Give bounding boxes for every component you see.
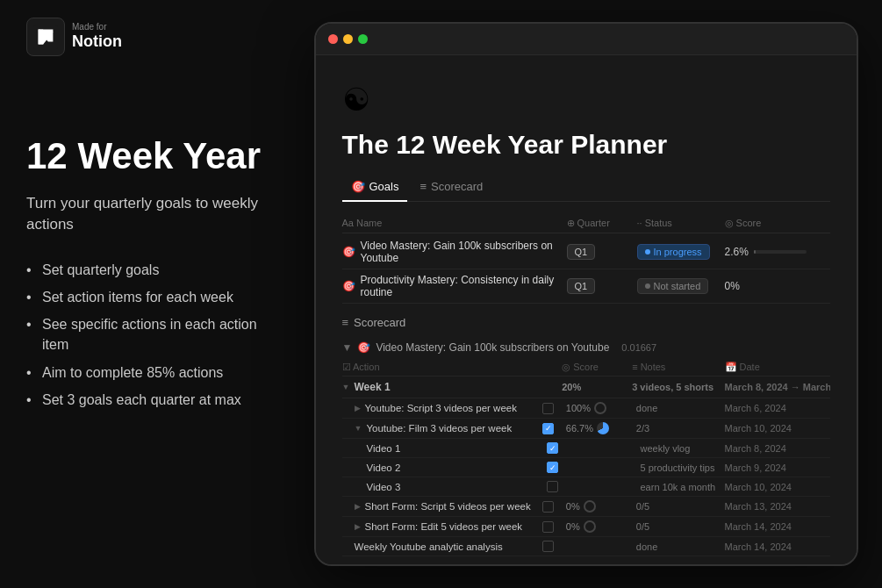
goal-score-1: 2.6% <box>725 246 830 258</box>
sc-row-0[interactable]: ▶ Youtube: Script 3 videos per week 100%… <box>342 398 830 419</box>
status-not-started-badge: Not started <box>637 278 709 294</box>
left-panel: Made for Notion 12 Week Year Turn your q… <box>0 0 298 588</box>
row5-score-cell: 0% <box>566 500 636 513</box>
row7-checkbox[interactable] <box>542 541 554 552</box>
row0-circle <box>594 402 606 414</box>
made-for-label: Made for <box>72 22 122 32</box>
row5-expand: ▶ <box>355 502 361 511</box>
status-dot-gray <box>645 283 650 289</box>
row1-score-cell: 66.7% <box>566 422 636 434</box>
sc-table-header: ☑ Action ◎ Score ≡ Notes 📅 Date <box>342 359 830 376</box>
sc-row-name-4: Video 3 <box>367 482 535 492</box>
col-name: Aa Name <box>342 218 567 229</box>
row6-name: Short Form: Edit 5 videos per week <box>365 521 523 532</box>
row0-score: 100% <box>566 403 591 413</box>
score-fill-1 <box>754 250 756 254</box>
row2-check[interactable] <box>535 442 570 454</box>
row2-checkbox[interactable] <box>547 442 558 454</box>
notion-logo-icon <box>33 25 58 49</box>
traffic-lights <box>328 34 368 44</box>
row5-checkbox[interactable] <box>542 501 554 513</box>
sc-row-5[interactable]: ▶ Short Form: Script 5 videos per week 0… <box>342 497 830 517</box>
tab-scorecard[interactable]: ≡ Scorecard <box>411 176 491 202</box>
quarter-badge-1: Q1 <box>567 244 596 260</box>
row4-check[interactable] <box>535 481 570 492</box>
week-score: 20% <box>562 382 632 392</box>
row6-checkbox[interactable] <box>542 521 554 533</box>
row1-check[interactable] <box>531 423 566 434</box>
sc-row-2[interactable]: Video 1 weekly vlog March 8, 2024 <box>342 439 830 458</box>
scorecard-tab-icon: ≡ <box>419 180 427 193</box>
row5-circle <box>584 500 596 513</box>
goal-name-1: 🎯 Video Mastery: Gain 100k subscribers o… <box>342 240 567 264</box>
page-icon: ☯ <box>342 82 830 118</box>
tab-goals[interactable]: 🎯 Goals <box>342 176 408 202</box>
status-in-progress-badge: In progress <box>637 244 710 260</box>
sc-row-6[interactable]: ▶ Short Form: Edit 5 videos per week 0% … <box>342 517 830 537</box>
row1-circle <box>597 422 609 434</box>
group-score-val: 0.01667 <box>621 342 656 353</box>
row0-check[interactable] <box>531 403 566 414</box>
status-text-2: Not started <box>654 281 701 291</box>
notion-badge: Made for Notion <box>26 18 272 56</box>
row7-name: Weekly Youtube analytic analysis <box>355 541 503 552</box>
col-quarter: ⊕ Quarter <box>567 218 637 229</box>
feature-item-2: Set action items for each week <box>26 287 272 307</box>
row0-name: Youtube: Script 3 videos per week <box>365 403 517 413</box>
traffic-light-yellow <box>343 34 353 44</box>
tabs-row: 🎯 Goals ≡ Scorecard <box>342 176 830 202</box>
feature-list: Set quarterly goals Set action items for… <box>26 260 272 417</box>
col-score: ◎ Score <box>725 218 830 229</box>
sc-row-name-1: ▼ Youtube: Film 3 videos per week <box>355 423 531 434</box>
row0-expand: ▶ <box>355 404 361 412</box>
week-date: March 8, 2024 → March 14, <box>725 382 830 392</box>
row3-notes: 5 productivity tips <box>641 463 725 473</box>
row6-expand: ▶ <box>355 522 361 531</box>
scorecard-tab-row: ≡ Scorecard <box>342 316 830 329</box>
row6-circle <box>584 520 596 533</box>
row2-date: March 8, 2024 <box>725 443 830 454</box>
row6-date: March 14, 2024 <box>724 521 829 532</box>
row5-name: Short Form: Script 5 videos per week <box>365 501 531 512</box>
row0-score-cell: 100% <box>566 402 636 414</box>
row1-checkbox[interactable] <box>542 423 554 434</box>
row7-check[interactable] <box>531 541 566 552</box>
svg-rect-1 <box>39 30 44 45</box>
notion-label: Notion <box>72 32 122 52</box>
goal-status-2: Not started <box>637 278 725 294</box>
status-dot-blue <box>645 249 650 255</box>
row6-check[interactable] <box>531 521 566 533</box>
feature-item-3: See specific actions in each action item <box>26 314 272 355</box>
row3-checkbox[interactable] <box>547 462 558 473</box>
goals-table-header: Aa Name ⊕ Quarter ·· Status ◎ Score <box>342 214 830 233</box>
goal-row-2[interactable]: 🎯 Productivity Mastery: Consistency in d… <box>342 269 830 304</box>
row4-checkbox[interactable] <box>547 481 558 492</box>
device-frame: ☯ The 12 Week Year Planner 🎯 Goals ≡ Sco… <box>314 22 858 566</box>
week-header: ▼ Week 1 20% 3 videos, 5 shorts March 8,… <box>342 376 830 398</box>
sc-row-1[interactable]: ▼ Youtube: Film 3 videos per week 66.7% … <box>342 419 830 439</box>
goal-text-2: Productivity Mastery: Consistency in dai… <box>361 274 567 298</box>
week-label: Week 1 <box>354 381 390 393</box>
row6-notes: 0/5 <box>636 521 725 532</box>
goal-row-1[interactable]: 🎯 Video Mastery: Gain 100k subscribers o… <box>342 235 830 269</box>
row3-check[interactable] <box>535 462 570 473</box>
sc-row-4[interactable]: Video 3 earn 10k a month March 10, 2024 <box>342 477 830 497</box>
sc-row-3[interactable]: Video 2 5 productivity tips March 9, 202… <box>342 458 830 477</box>
row4-notes: earn 10k a month <box>641 482 725 492</box>
sc-row-name-6: ▶ Short Form: Edit 5 videos per week <box>355 521 531 532</box>
scorecard-label: Scorecard <box>354 316 405 329</box>
goals-tab-icon: 🎯 <box>351 180 365 193</box>
traffic-light-green <box>358 34 368 44</box>
row0-checkbox[interactable] <box>542 403 554 414</box>
feature-item-1: Set quarterly goals <box>26 260 272 280</box>
group-expand-icon: ▼ <box>342 341 353 354</box>
sc-col-date: 📅 Date <box>725 362 830 373</box>
sc-row-7[interactable]: Weekly Youtube analytic analysis done Ma… <box>342 537 830 556</box>
quarter-badge-2: Q1 <box>567 278 596 294</box>
sc-group-header: ▼ 🎯 Video Mastery: Gain 100k subscribers… <box>342 338 830 357</box>
sc-row-name-7: Weekly Youtube analytic analysis <box>355 541 531 552</box>
row0-date: March 6, 2024 <box>724 403 829 413</box>
row6-score: 0% <box>566 521 580 532</box>
row5-check[interactable] <box>531 501 566 513</box>
goal-quarter-1: Q1 <box>567 244 637 260</box>
